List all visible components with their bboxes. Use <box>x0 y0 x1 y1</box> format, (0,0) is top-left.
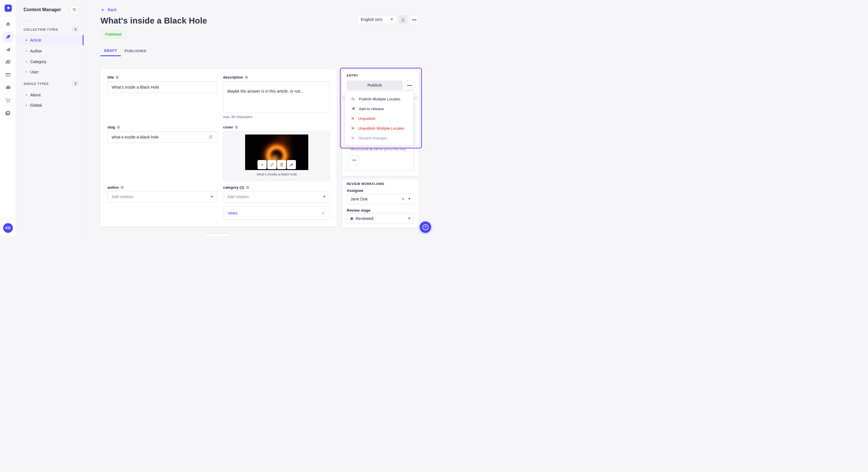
question-mark-icon <box>423 224 429 230</box>
field-label-text: cover <box>223 125 233 129</box>
plus-icon <box>260 163 265 167</box>
regenerate-icon[interactable] <box>208 135 213 139</box>
menu-item-unpublish-multiple-locales[interactable]: Unpublish Multiple Locales <box>345 123 413 133</box>
menu-item-label: Add to release <box>359 107 384 111</box>
avatar[interactable]: KD <box>3 223 13 233</box>
edit-media-button[interactable] <box>287 160 296 169</box>
ellipsis-icon: ••• <box>352 159 357 162</box>
title-input-value: What's inside a Black Hole <box>112 85 159 90</box>
sidebar-item-user[interactable]: User <box>16 67 84 77</box>
sidebar-item-category[interactable]: Category <box>16 57 84 67</box>
cover-toolbar <box>257 160 296 169</box>
sidebar-item-about[interactable]: About <box>16 90 84 100</box>
search-button[interactable] <box>70 5 79 14</box>
ellipsis-icon: ••• <box>407 83 412 87</box>
description-field-label: description <box>223 75 248 79</box>
sidebar-item-label: Author <box>30 49 42 53</box>
author-field-label: author <box>107 185 124 190</box>
locale-select[interactable]: English (en) <box>357 15 397 24</box>
sidebar-title: Content Manager <box>24 7 61 12</box>
menu-item-add-to-release[interactable]: Add to release <box>345 104 413 113</box>
collection-types-count-badge: 4 <box>72 27 79 32</box>
media-library-icon[interactable] <box>5 59 11 65</box>
globe-icon <box>235 125 238 129</box>
menu-item-label: Unpublish Multiple Locales <box>358 126 404 131</box>
arrow-left-icon <box>101 8 105 12</box>
entry-actions-menu: Publish Multiple Locales Add to release … <box>345 91 414 146</box>
back-label: Back <box>107 7 117 12</box>
assignee-combobox[interactable]: Jane Doe <box>347 194 414 204</box>
version-tabs: DRAFT PUBLISHED <box>100 46 150 56</box>
category-relation-item: news <box>223 206 330 220</box>
cover-caption: what-s-inside-a-black-hole <box>223 172 330 176</box>
settings-gear-icon[interactable] <box>5 110 11 115</box>
menu-item-discard-changes[interactable]: Discard changes <box>345 133 413 143</box>
clear-icon[interactable] <box>401 197 405 201</box>
globe-icon <box>120 186 124 189</box>
header-more-button[interactable]: ••• <box>410 15 419 24</box>
field-label-text: author <box>107 185 119 190</box>
slug-input-value: what-s-inside-a-black-hole <box>112 135 158 139</box>
bullet-icon <box>26 94 27 96</box>
home-icon[interactable] <box>5 21 11 27</box>
author-relation-select[interactable]: Add relation <box>107 191 217 202</box>
menu-item-unpublish[interactable]: Unpublish <box>345 113 413 123</box>
description-textarea[interactable]: Maybe the answer is in this article, or … <box>223 81 330 113</box>
category-relation-select[interactable]: Add relation <box>223 191 330 202</box>
page-title: What's inside a Black Hole <box>100 16 207 26</box>
title-field-label: title <box>107 75 119 79</box>
cross-icon <box>351 126 355 130</box>
help-button[interactable] <box>420 222 431 233</box>
back-link[interactable]: Back <box>101 7 117 12</box>
copy-link-button[interactable] <box>267 160 276 169</box>
chevron-down-icon <box>391 19 393 20</box>
relation-link-news[interactable]: news <box>228 211 237 215</box>
section-collection-types: COLLECTION TYPES <box>24 28 58 31</box>
marketplace-cart-icon[interactable] <box>5 98 11 103</box>
slug-input[interactable]: what-s-inside-a-black-hole <box>107 131 217 143</box>
review-workflows-card: REVIEW WORKFLOWS Assignee Jane Doe Revie… <box>342 179 419 228</box>
field-label-text: slug <box>107 125 115 129</box>
author-placeholder: Add relation <box>112 194 133 199</box>
release-more-button[interactable]: ••• <box>350 156 359 165</box>
sidebar-item-article[interactable]: Article <box>16 35 84 45</box>
add-media-button[interactable] <box>257 160 267 169</box>
cover-media-panel: what-s-inside-a-black-hole <box>223 131 330 181</box>
globe-icon <box>245 75 248 79</box>
title-input[interactable]: What's inside a Black Hole <box>107 81 217 93</box>
collapsed-panel-top[interactable] <box>204 234 231 236</box>
bullet-icon <box>26 71 27 72</box>
review-stage-value: Reviewed <box>355 216 408 221</box>
chevron-down-icon <box>323 196 326 198</box>
content-type-builder-icon[interactable] <box>5 72 11 78</box>
assignee-value: Jane Doe <box>350 197 401 201</box>
strapi-logo-icon[interactable] <box>5 5 12 12</box>
export-button[interactable] <box>398 15 407 24</box>
tab-draft[interactable]: DRAFT <box>100 46 121 56</box>
sidebar-item-global[interactable]: Global <box>16 100 84 110</box>
chevron-down-icon <box>211 196 213 198</box>
nav-rail: KD <box>0 0 16 236</box>
stage-status-dot <box>350 217 353 220</box>
menu-item-publish-multiple-locales[interactable]: Publish Multiple Locales <box>345 94 413 104</box>
sidebar-item-author[interactable]: Author <box>16 46 84 56</box>
field-label-text: description <box>223 75 243 79</box>
trash-icon <box>280 163 284 167</box>
remove-relation-icon[interactable] <box>322 212 325 215</box>
globe-icon <box>115 75 119 79</box>
releases-plane-icon[interactable] <box>5 47 11 53</box>
publish-button[interactable]: Publish <box>347 80 403 90</box>
rail-divider-bottom <box>0 219 16 220</box>
entry-form-card: title What's inside a Black Hole descrip… <box>100 69 337 227</box>
globe-icon <box>246 186 249 189</box>
review-stage-combobox[interactable]: Reviewed <box>347 213 414 224</box>
delete-media-button[interactable] <box>277 160 286 169</box>
ellipsis-icon: ••• <box>412 18 417 22</box>
tab-published[interactable]: PUBLISHED <box>121 46 150 56</box>
cloud-icon[interactable] <box>5 85 11 90</box>
entry-more-button[interactable]: ••• <box>405 80 414 90</box>
content-manager-sidebar: Content Manager COLLECTION TYPES 4 Artic… <box>16 0 84 236</box>
sidebar-item-label: Category <box>30 59 46 64</box>
cover-field-label: cover <box>223 125 238 129</box>
content-manager-feather-icon[interactable] <box>5 34 11 40</box>
